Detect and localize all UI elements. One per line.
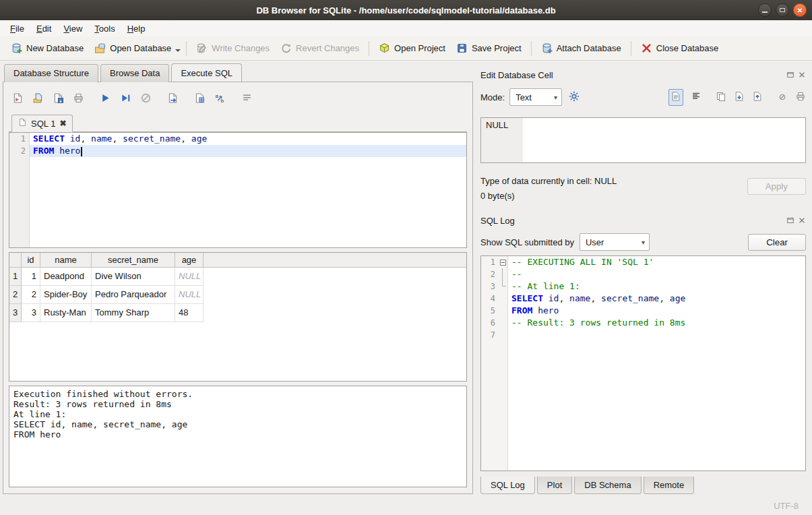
log-line[interactable]: 5FROM hero — [481, 305, 805, 317]
tab-db-schema[interactable]: DB Schema — [574, 477, 641, 494]
fold-margin[interactable] — [497, 256, 508, 268]
execution-message-area[interactable]: Execution finished without errors. Resul… — [9, 386, 467, 487]
export-results-button[interactable] — [164, 89, 181, 107]
sql-log-view[interactable]: 1-- EXECUTING ALL IN 'SQL 1'2--3-- At li… — [480, 255, 806, 471]
word-wrap-button[interactable] — [691, 91, 701, 104]
database-pencil-icon — [196, 42, 208, 54]
row-number[interactable]: 3 — [9, 304, 22, 322]
editor-line[interactable]: 1SELECT id, name, secret_name, age — [9, 133, 466, 145]
row-number[interactable]: 1 — [9, 268, 22, 286]
table-cell[interactable]: Rusty-Man — [40, 304, 92, 322]
open-database-dropdown-arrow[interactable] — [175, 49, 181, 52]
table-cell[interactable]: Pedro Parqueador — [92, 286, 175, 304]
close-dock-icon[interactable] — [798, 71, 806, 79]
print-cell-button[interactable] — [795, 91, 806, 104]
save-sql-file-button[interactable] — [49, 89, 67, 107]
menu-view[interactable]: View — [57, 22, 88, 36]
maximize-button[interactable] — [776, 3, 789, 17]
database-folder-icon — [94, 42, 106, 54]
apply-button[interactable]: Apply — [747, 178, 806, 195]
titlebar[interactable]: DB Browser for SQLite - /home/user/code/… — [0, 0, 812, 20]
table-cell[interactable]: Dive Wilson — [92, 268, 175, 286]
open-sql-file-button[interactable] — [29, 89, 46, 107]
table-cell[interactable]: Tommy Sharp — [92, 304, 175, 322]
tab-sql-log[interactable]: SQL Log — [480, 477, 535, 494]
table-cell[interactable]: Spider-Boy — [40, 286, 92, 304]
sql-tab[interactable]: SQL 1 ✖ — [11, 115, 73, 132]
table-cell[interactable]: 2 — [22, 286, 40, 304]
close-database-button[interactable]: Close Database — [635, 39, 724, 57]
row-number[interactable]: 2 — [9, 286, 22, 304]
table-cell[interactable]: Deadpond — [40, 268, 92, 286]
table-cell[interactable]: NULL — [175, 268, 204, 286]
fold-margin — [497, 268, 508, 280]
minimize-button[interactable] — [758, 3, 772, 17]
tab-plot[interactable]: Plot — [537, 477, 572, 494]
table-row[interactable]: 22Spider-BoyPedro ParqueadorNULL — [9, 286, 466, 304]
import-data-button[interactable] — [734, 91, 745, 104]
find-replace-button[interactable]: ab — [211, 89, 228, 107]
tab-browse-data[interactable]: Browse Data — [100, 64, 169, 82]
column-header-age[interactable]: age — [175, 253, 204, 267]
sql-log-title: SQL Log — [480, 216, 515, 226]
log-line[interactable]: 2-- — [481, 268, 805, 280]
table-cell[interactable]: 1 — [22, 268, 40, 286]
tab-execute-sql[interactable]: Execute SQL — [171, 63, 242, 82]
column-header-id[interactable]: id — [22, 253, 40, 267]
export-data-button[interactable] — [752, 91, 763, 104]
menu-file[interactable]: File — [4, 22, 30, 36]
log-line[interactable]: 6-- Result: 3 rows returned in 8ms — [481, 317, 805, 329]
new-database-button[interactable]: New Database — [5, 39, 89, 57]
log-line[interactable]: 1-- EXECUTING ALL IN 'SQL 1' — [481, 256, 805, 268]
revert-changes-button[interactable]: Revert Changes — [275, 39, 365, 57]
table-corner[interactable] — [9, 253, 22, 267]
menu-tools[interactable]: Tools — [88, 22, 121, 36]
write-changes-button[interactable]: Write Changes — [191, 39, 275, 57]
stop-execution-button[interactable] — [137, 89, 154, 107]
sql-editor[interactable]: 1SELECT id, name, secret_name, age2FROM … — [9, 132, 467, 248]
attach-database-button[interactable]: Attach Database — [536, 39, 627, 57]
tab-database-structure[interactable]: Database Structure — [4, 64, 98, 82]
save-project-button[interactable]: Save Project — [451, 39, 527, 57]
sql-tab-label: SQL 1 — [31, 119, 55, 129]
submitted-by-select[interactable]: User▾ — [580, 233, 650, 251]
log-line[interactable]: 3-- At line 1: — [481, 280, 805, 293]
table-row[interactable]: 33Rusty-ManTommy Sharp48 — [9, 304, 466, 322]
execute-all-button[interactable] — [96, 89, 114, 107]
editor-line[interactable]: 2FROM hero — [9, 145, 466, 157]
copy-cell-button[interactable] — [716, 91, 726, 104]
clear-button[interactable]: Clear — [748, 234, 806, 251]
column-header-secret-name[interactable]: secret_name — [92, 253, 175, 267]
table-cell[interactable]: NULL — [175, 286, 204, 304]
float-dock-icon[interactable] — [786, 216, 794, 224]
close-dock-icon[interactable] — [798, 216, 806, 224]
auto-switch-mode-button[interactable] — [568, 90, 580, 104]
column-header-name[interactable]: name — [40, 253, 92, 267]
cell-value-editor[interactable]: NULL — [480, 117, 806, 163]
sql-token — [532, 305, 538, 315]
float-dock-icon[interactable] — [786, 71, 794, 79]
set-null-button[interactable] — [777, 91, 788, 104]
mode-label: Mode: — [480, 92, 505, 102]
sql-tab-close-icon[interactable]: ✖ — [59, 119, 66, 128]
open-sql-new-tab-button[interactable] — [9, 89, 26, 107]
execute-current-line-button[interactable] — [117, 89, 134, 107]
encoding-indicator[interactable]: UTF-8 — [774, 501, 799, 511]
table-cell[interactable]: 3 — [22, 304, 40, 322]
table-cell[interactable]: 48 — [175, 304, 204, 322]
tab-remote[interactable]: Remote — [644, 477, 695, 494]
open-database-button[interactable]: Open Database — [89, 39, 177, 57]
format-sql-button[interactable] — [238, 89, 255, 107]
mode-select[interactable]: Text▾ — [509, 88, 562, 106]
close-button[interactable]: ✕ — [793, 3, 807, 17]
menu-help[interactable]: Help — [121, 22, 152, 36]
log-line[interactable]: 4SELECT id, name, secret_name, age — [481, 293, 805, 305]
table-row[interactable]: 11DeadpondDive WilsonNULL — [9, 268, 466, 286]
save-results-view-button[interactable] — [191, 89, 208, 107]
log-line[interactable]: 7 — [481, 329, 805, 341]
print-sql-button[interactable] — [69, 89, 87, 107]
text-view-button[interactable] — [668, 89, 683, 106]
menu-edit[interactable]: Edit — [30, 22, 57, 36]
fold-collapse-icon[interactable] — [500, 260, 506, 266]
open-project-button[interactable]: Open Project — [373, 39, 451, 57]
